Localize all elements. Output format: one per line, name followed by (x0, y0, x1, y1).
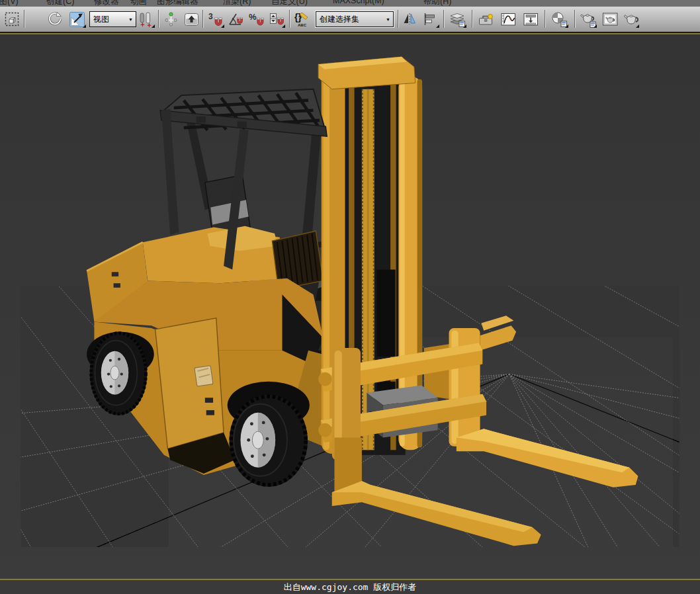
graphite-modeling-tools-icon (477, 11, 495, 28)
menu-item-modifiers[interactable]: 修改器 (94, 0, 119, 7)
align-icon (421, 11, 439, 28)
menu-item-views[interactable]: 视图(V) (0, 0, 19, 7)
menu-item-rendering[interactable]: 渲染(R) (223, 0, 251, 7)
use-pivot-point-center-button[interactable] (136, 9, 155, 29)
viewport-3d-canvas[interactable] (0, 34, 700, 579)
schematic-view-button[interactable] (521, 9, 541, 29)
toolbar-separator (398, 10, 398, 28)
toolbar-separator (202, 10, 203, 28)
keyboard-shortcut-override-button[interactable] (181, 9, 201, 29)
reference-coordinate-dropdown[interactable]: 视图 ▼ (89, 11, 136, 27)
rendered-frame-window-button[interactable] (600, 9, 620, 29)
snaps-toggle-3d-icon: 3 (206, 11, 224, 28)
use-pivot-point-center-icon (137, 11, 154, 28)
menu-item-animation[interactable]: 动画 (130, 0, 147, 7)
angle-snap-toggle-button[interactable] (226, 9, 245, 29)
edit-named-selection-sets-icon: {} ABC (292, 10, 311, 28)
select-and-scale-button[interactable] (67, 9, 87, 29)
toolbar-separator (472, 10, 472, 28)
mirror-icon (401, 11, 418, 28)
perspective-viewport[interactable] (0, 34, 700, 579)
forklift-model[interactable] (87, 57, 638, 546)
select-and-rotate-icon (46, 10, 64, 28)
menu-item-customize[interactable]: 自定义(U) (271, 0, 308, 7)
front-wheel (230, 395, 308, 487)
watermark-text: 出自www.cgjoy.com 版权归作者 (284, 582, 417, 592)
curve-editor-button[interactable] (498, 9, 518, 29)
watermark-caption: 出自www.cgjoy.com 版权归作者 (0, 580, 700, 594)
select-and-manipulate-button[interactable] (161, 9, 181, 29)
menu-item-create[interactable]: 创建(C) (46, 0, 74, 7)
headlight (195, 366, 213, 386)
rear-wheel (90, 332, 148, 415)
reference-coordinate-value: 视图 (90, 14, 126, 25)
rectangular-selection-region-icon (3, 11, 21, 28)
chevron-down-icon[interactable]: ▼ (126, 17, 136, 22)
keyboard-shortcut-override-icon (183, 11, 200, 28)
toolbar-separator (158, 10, 159, 28)
edit-named-selection-sets-button[interactable]: {} ABC (292, 9, 312, 29)
graphite-modeling-tools-button[interactable] (476, 9, 496, 29)
curve-editor-icon (500, 11, 517, 28)
align-button[interactable] (420, 9, 440, 29)
render-setup-icon (579, 11, 597, 28)
menu-item-help[interactable]: 帮助(H) (423, 0, 451, 7)
spinner-snap-toggle-button[interactable] (266, 9, 286, 29)
render-production-button[interactable] (623, 9, 640, 29)
select-and-manipulate-icon (162, 11, 180, 28)
angle-snap-toggle-icon (227, 11, 245, 28)
toolbar-separator (24, 10, 24, 28)
render-production-icon (623, 11, 640, 28)
toolbar-separator (289, 10, 290, 28)
percent-snap-toggle-icon: % (247, 11, 265, 28)
select-and-rotate-button[interactable] (45, 9, 65, 29)
main-toolbar: 视图 ▼ 3 (0, 7, 700, 32)
rendered-frame-window-icon (601, 11, 619, 28)
render-setup-button[interactable] (578, 9, 597, 29)
mirror-button[interactable] (401, 9, 418, 29)
selection-set-value: 创建选择集 (316, 14, 383, 25)
chevron-down-icon[interactable]: ▼ (383, 17, 393, 22)
schematic-view-icon (522, 11, 540, 28)
snaps-toggle-button[interactable]: 3 (205, 9, 225, 29)
menu-item-maxscript[interactable]: MAXScript(M) (333, 0, 384, 5)
toolbar-separator (443, 10, 444, 28)
material-editor-button[interactable] (549, 9, 569, 29)
select-and-uniform-scale-icon (68, 11, 86, 28)
material-editor-icon (550, 11, 568, 28)
svg-text:%: % (249, 12, 257, 22)
svg-text:ABC: ABC (298, 23, 307, 27)
manage-layers-icon (449, 11, 466, 28)
svg-text:3: 3 (208, 12, 213, 21)
rectangular-selection-region-button[interactable] (2, 9, 22, 29)
manage-layers-button[interactable] (447, 9, 467, 29)
selection-set-dropdown[interactable]: 创建选择集 ▼ (315, 11, 394, 28)
toolbar-separator (574, 10, 575, 28)
toolbar-separator (545, 10, 545, 28)
menu-bar: 视图(V) 创建(C) 修改器 动画 图形编辑器 渲染(R) 自定义(U) MA… (0, 0, 700, 7)
menu-item-graph-editors[interactable]: 图形编辑器 (157, 0, 198, 7)
percent-snap-toggle-button[interactable]: % (246, 9, 266, 29)
spinner-snap-toggle-icon (267, 11, 285, 28)
